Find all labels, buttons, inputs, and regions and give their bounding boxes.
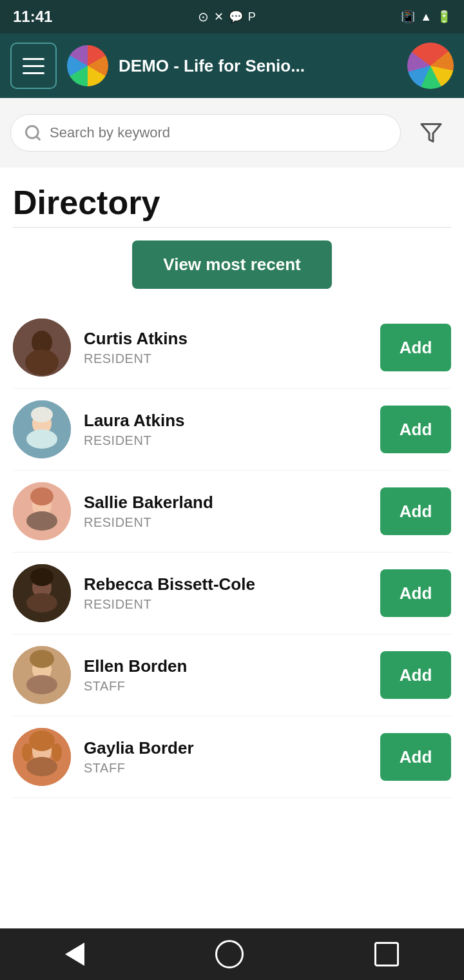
- profile-avatar[interactable]: [407, 43, 454, 89]
- search-container: [0, 98, 464, 168]
- avatar: [13, 646, 71, 704]
- search-input[interactable]: [50, 124, 387, 141]
- screenshot-icon: ✕: [214, 10, 224, 24]
- status-icons-right: 📳 ▲ 🔋: [401, 10, 451, 24]
- avatar-image-sallie: [13, 482, 71, 540]
- pocket-icon: P: [248, 10, 256, 24]
- filter-button[interactable]: [409, 111, 454, 155]
- svg-marker-2: [421, 124, 441, 142]
- person-info: Rebecca Bissett-Cole RESIDENT: [84, 574, 367, 612]
- avatar-image-rebecca: [13, 564, 71, 622]
- home-icon: [215, 940, 244, 968]
- title-divider: [13, 227, 451, 228]
- person-info: Gaylia Border STAFF: [84, 738, 367, 776]
- avatar-image-curtis: [13, 318, 71, 377]
- wifi-icon: ▲: [420, 10, 432, 24]
- person-name: Curtis Atkins: [84, 329, 367, 349]
- home-button[interactable]: [215, 940, 244, 968]
- person-info: Ellen Borden STAFF: [84, 656, 367, 694]
- list-item: Laura Atkins RESIDENT Add: [13, 389, 451, 471]
- navbar-title: DEMO - Life for Senio...: [119, 56, 397, 76]
- list-item: Curtis Atkins RESIDENT Add: [13, 307, 451, 389]
- person-role: STAFF: [84, 679, 367, 694]
- menu-button[interactable]: [10, 43, 57, 89]
- avatar: [13, 564, 71, 622]
- person-info: Curtis Atkins RESIDENT: [84, 329, 367, 366]
- svg-line-1: [36, 136, 39, 139]
- add-button[interactable]: Add: [380, 733, 451, 781]
- menu-line-3: [23, 72, 44, 74]
- status-bar: 11:41 ⊙ ✕ 💬 P 📳 ▲ 🔋: [0, 0, 464, 34]
- person-role: RESIDENT: [84, 351, 367, 366]
- main-content: Directory View most recent Curtis Atkins…: [0, 168, 464, 798]
- list-item: Gaylia Border STAFF Add: [13, 716, 451, 798]
- svg-point-25: [29, 730, 55, 751]
- app-logo: [67, 45, 108, 86]
- person-name: Sallie Bakerland: [84, 493, 367, 513]
- person-role: RESIDENT: [84, 433, 367, 448]
- avatar-image-laura: [13, 400, 71, 458]
- directory-list: Curtis Atkins RESIDENT Add Laura Atkins …: [13, 307, 451, 798]
- recents-button[interactable]: [374, 942, 399, 966]
- add-button[interactable]: Add: [380, 406, 451, 453]
- svg-point-17: [30, 568, 53, 586]
- svg-point-20: [26, 675, 57, 694]
- add-button[interactable]: Add: [380, 569, 451, 617]
- svg-point-24: [26, 757, 57, 776]
- chrome-icon: ⊙: [198, 9, 209, 24]
- status-icons-left: ⊙ ✕ 💬 P: [198, 9, 256, 24]
- add-button[interactable]: Add: [380, 324, 451, 371]
- back-icon: [65, 943, 84, 966]
- add-button[interactable]: Add: [380, 487, 451, 535]
- list-item: Rebecca Bissett-Cole RESIDENT Add: [13, 553, 451, 634]
- menu-line-2: [23, 65, 44, 67]
- search-icon: [24, 124, 42, 142]
- bottom-nav: [0, 928, 464, 980]
- svg-point-12: [26, 511, 57, 531]
- avatar: [13, 482, 71, 540]
- add-button[interactable]: Add: [380, 651, 451, 699]
- back-button[interactable]: [65, 943, 84, 966]
- svg-point-21: [30, 650, 54, 668]
- avatar-image-gaylia: [13, 728, 71, 786]
- person-name: Gaylia Border: [84, 738, 367, 758]
- svg-point-16: [26, 593, 57, 612]
- list-item: Sallie Bakerland RESIDENT Add: [13, 471, 451, 553]
- svg-point-26: [22, 743, 32, 761]
- menu-line-1: [23, 58, 44, 60]
- status-time: 11:41: [13, 8, 52, 26]
- search-box[interactable]: [10, 114, 401, 152]
- person-name: Laura Atkins: [84, 411, 367, 431]
- person-role: RESIDENT: [84, 597, 367, 612]
- person-info: Sallie Bakerland RESIDENT: [84, 493, 367, 530]
- person-name: Ellen Borden: [84, 656, 367, 676]
- svg-point-8: [26, 429, 57, 449]
- avatar: [13, 400, 71, 458]
- person-role: RESIDENT: [84, 515, 367, 530]
- person-role: STAFF: [84, 761, 367, 776]
- person-info: Laura Atkins RESIDENT: [84, 411, 367, 448]
- svg-point-13: [30, 487, 53, 505]
- svg-point-5: [25, 349, 59, 375]
- avatar: [13, 318, 71, 377]
- avatar: [13, 728, 71, 786]
- person-name: Rebecca Bissett-Cole: [84, 574, 367, 594]
- filter-icon: [420, 121, 443, 144]
- recents-icon: [374, 942, 399, 966]
- vibrate-icon: 📳: [401, 10, 415, 24]
- avatar-image-ellen: [13, 646, 71, 704]
- svg-point-9: [31, 407, 53, 422]
- svg-point-27: [52, 743, 62, 761]
- list-item: Ellen Borden STAFF Add: [13, 634, 451, 716]
- view-most-recent-button[interactable]: View most recent: [132, 240, 331, 289]
- navbar: DEMO - Life for Senio...: [0, 34, 464, 98]
- battery-icon: 🔋: [437, 10, 451, 24]
- chat-icon: 💬: [229, 10, 243, 24]
- page-title: Directory: [13, 183, 451, 222]
